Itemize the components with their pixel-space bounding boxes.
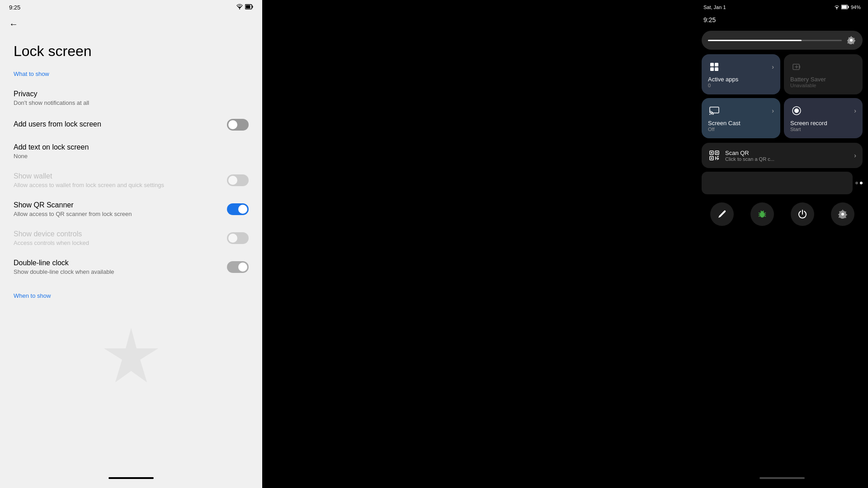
double-clock-toggle[interactable] [227, 261, 249, 273]
settings-item-add-users[interactable]: Add users from lock screen [14, 113, 249, 137]
add-users-toggle[interactable] [227, 119, 249, 131]
svg-rect-24 [711, 152, 712, 154]
bottom-actions-bar [702, 198, 863, 230]
show-wallet-subtitle: Allow access to wallet from lock screen … [14, 182, 227, 188]
back-arrow-icon[interactable]: ← [9, 19, 18, 29]
settings-item-show-wallet[interactable]: Show wallet Allow access to wallet from … [14, 166, 249, 195]
show-wallet-toggle[interactable] [227, 174, 249, 186]
svg-point-0 [239, 9, 240, 9]
screen-record-icon [790, 104, 803, 117]
settings-item-double-clock[interactable]: Double-line clock Show double-line clock… [14, 253, 249, 282]
settings-item-privacy[interactable]: Privacy Don't show notifications at all [14, 84, 249, 113]
svg-rect-3 [246, 5, 250, 8]
scan-qr-chevron-icon: › [854, 152, 856, 159]
active-apps-icon [708, 61, 721, 73]
svg-rect-17 [710, 107, 719, 113]
right-battery-icon [841, 5, 849, 10]
quick-settings: › Active apps 0 Bat [696, 27, 868, 234]
privacy-subtitle: Don't show notifications at all [14, 99, 249, 106]
right-date-bar: Sat, Jan 1 94% [696, 0, 868, 14]
qs-tile-active-apps[interactable]: › Active apps 0 [702, 54, 780, 94]
svg-point-20 [794, 108, 799, 113]
left-time: 9:25 [9, 4, 20, 11]
right-phone-panel: Sat, Jan 1 94% 9:25 [696, 0, 868, 488]
settings-item-add-text[interactable]: Add text on lock screen None [14, 137, 249, 166]
svg-rect-26 [711, 158, 712, 159]
svg-rect-2 [252, 5, 253, 8]
svg-rect-11 [710, 67, 714, 71]
screen-cast-icon [708, 104, 721, 117]
active-apps-chevron-icon: › [772, 63, 774, 70]
qs-tile-battery-saver[interactable]: Battery Saver Unavailable [784, 54, 863, 94]
svg-rect-25 [717, 152, 718, 154]
qs-tile-screen-record[interactable]: › Screen record Start [784, 98, 863, 138]
device-controls-toggle[interactable] [227, 232, 249, 244]
settings-item-show-qr[interactable]: Show QR Scanner Allow access to QR scann… [14, 195, 249, 224]
left-status-icons [236, 4, 253, 11]
media-progress-bar[interactable] [702, 172, 853, 194]
active-apps-subtitle: 0 [708, 83, 774, 88]
right-status-icons: 94% [834, 5, 861, 10]
svg-point-5 [836, 9, 837, 9]
add-users-title: Add users from lock screen [14, 120, 227, 128]
right-date: Sat, Jan 1 [703, 5, 726, 10]
bug-button[interactable] [750, 202, 774, 226]
show-qr-toggle[interactable] [227, 203, 249, 215]
middle-gap [262, 0, 696, 488]
left-phone-panel: 9:25 ← Lock screen [0, 0, 262, 488]
right-wifi-icon [834, 5, 840, 10]
add-text-title: Add text on lock screen [14, 143, 249, 151]
brightness-bar[interactable] [708, 40, 842, 41]
settings-item-device-controls[interactable]: Show device controls Access controls whe… [14, 224, 249, 253]
battery-saver-title: Battery Saver [790, 76, 856, 83]
right-home-indicator [760, 477, 805, 479]
svg-rect-12 [715, 67, 718, 71]
left-status-bar: 9:25 [0, 0, 262, 14]
show-qr-subtitle: Allow access to QR scanner from lock scr… [14, 211, 227, 217]
media-bar [702, 172, 863, 194]
scan-qr-icon [708, 149, 721, 162]
svg-rect-7 [848, 6, 849, 8]
watermark-logo [99, 324, 163, 398]
screen-record-title: Screen record [790, 120, 856, 127]
screen-cast-chevron-icon: › [772, 107, 774, 114]
pencil-button[interactable] [710, 202, 734, 226]
page-title: Lock screen [14, 43, 249, 60]
svg-rect-8 [842, 5, 847, 9]
power-button[interactable] [791, 202, 814, 226]
media-dot-2 [860, 182, 863, 184]
qs-tile-scan-qr[interactable]: Scan QR Click to scan a QR c... › [702, 143, 863, 168]
right-time: 9:25 [703, 16, 716, 23]
battery-saver-subtitle: Unavailable [790, 83, 856, 88]
scan-qr-subtitle: Click to scan a QR c... [725, 156, 774, 162]
screen-cast-title: Screen Cast [708, 120, 774, 127]
device-controls-subtitle: Access controls when locked [14, 239, 227, 246]
screen-cast-subtitle: Off [708, 127, 774, 132]
battery-icon [245, 4, 253, 11]
wifi-icon [236, 4, 243, 11]
section-when-to-show: When to show [14, 292, 249, 299]
section-what-to-show: What to show [14, 70, 249, 77]
brightness-fill [708, 40, 802, 41]
show-qr-title: Show QR Scanner [14, 201, 227, 209]
screen-record-chevron-icon: › [854, 107, 856, 114]
brightness-control[interactable] [702, 31, 863, 50]
brightness-gear-icon[interactable] [846, 35, 856, 45]
show-wallet-title: Show wallet [14, 172, 227, 180]
double-clock-title: Double-line clock [14, 259, 227, 267]
active-apps-title: Active apps [708, 76, 774, 83]
privacy-title: Privacy [14, 90, 249, 98]
media-dot-1 [855, 182, 858, 184]
settings-button[interactable] [831, 202, 854, 226]
qs-tile-screen-cast[interactable]: › Screen Cast Off [702, 98, 780, 138]
svg-point-33 [760, 212, 764, 217]
svg-rect-14 [799, 66, 800, 68]
scan-qr-title: Scan QR [725, 150, 774, 156]
svg-rect-9 [710, 63, 714, 66]
svg-rect-10 [715, 63, 718, 66]
double-clock-subtitle: Show double-line clock when available [14, 268, 227, 275]
right-battery-percent: 94% [851, 5, 861, 10]
media-page-dots [855, 182, 863, 184]
qs-tiles-grid: › Active apps 0 Bat [702, 54, 863, 138]
home-indicator [108, 477, 154, 479]
